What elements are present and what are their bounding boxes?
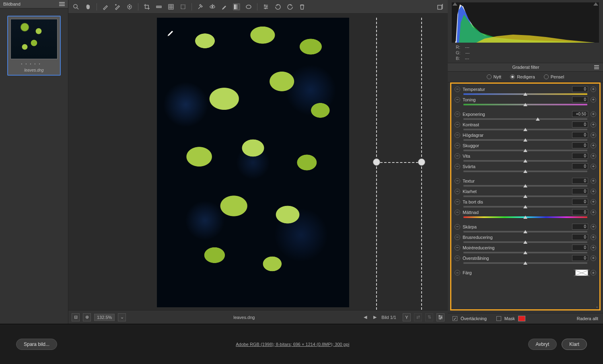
trash-icon[interactable] bbox=[298, 3, 306, 10]
color-sampler-icon[interactable] bbox=[114, 3, 121, 10]
value-input[interactable] bbox=[572, 86, 588, 92]
slider-track[interactable] bbox=[463, 231, 587, 232]
decrement-icon[interactable]: − bbox=[455, 132, 460, 138]
slider-track[interactable] bbox=[463, 216, 587, 218]
compare-icon[interactable]: Y bbox=[403, 313, 411, 321]
decrement-icon[interactable]: − bbox=[455, 164, 460, 169]
thumbnail-selected[interactable]: • • • • • leaves.dng bbox=[7, 16, 61, 76]
increment-icon[interactable]: + bbox=[591, 245, 596, 251]
value-input[interactable] bbox=[572, 199, 588, 205]
increment-icon[interactable]: + bbox=[591, 224, 596, 230]
done-button[interactable]: Klart bbox=[562, 339, 587, 350]
mask-checkbox[interactable] bbox=[496, 316, 501, 321]
decrement-icon[interactable]: − bbox=[455, 111, 460, 117]
radial-filter-icon[interactable] bbox=[245, 3, 252, 10]
panel-menu-icon[interactable] bbox=[594, 65, 599, 69]
value-input[interactable] bbox=[572, 255, 588, 261]
value-input[interactable] bbox=[572, 97, 588, 103]
shadow-clip-icon[interactable] bbox=[453, 2, 457, 6]
slider-track[interactable] bbox=[463, 206, 587, 208]
decrement-icon[interactable]: − bbox=[455, 86, 460, 92]
zoom-dropdown-icon[interactable]: ⌄ bbox=[118, 313, 126, 321]
increment-icon[interactable]: + bbox=[591, 132, 596, 138]
spot-removal-icon[interactable] bbox=[197, 3, 204, 10]
transform-icon[interactable] bbox=[179, 3, 187, 10]
value-input[interactable] bbox=[572, 209, 588, 215]
increment-icon[interactable]: + bbox=[591, 234, 596, 240]
gradient-handle-start[interactable] bbox=[373, 158, 380, 166]
guided-icon[interactable] bbox=[167, 3, 175, 10]
mode-brush[interactable]: Pensel bbox=[544, 74, 564, 79]
slider-track[interactable] bbox=[463, 160, 587, 162]
gradient-axis-line[interactable] bbox=[380, 162, 418, 163]
value-input[interactable] bbox=[572, 224, 588, 230]
slider-track[interactable] bbox=[463, 150, 587, 151]
white-balance-icon[interactable] bbox=[102, 3, 109, 10]
copy-settings-icon[interactable]: ⇅ bbox=[425, 313, 433, 321]
prev-image-icon[interactable]: ◀ bbox=[362, 315, 368, 320]
crop-icon[interactable] bbox=[143, 3, 150, 10]
mask-color-swatch[interactable] bbox=[518, 316, 525, 321]
decrement-icon[interactable]: − bbox=[455, 153, 460, 159]
decrement-icon[interactable]: − bbox=[455, 122, 460, 128]
decrement-icon[interactable]: − bbox=[455, 234, 460, 240]
value-input[interactable] bbox=[572, 234, 588, 240]
decrement-icon[interactable]: − bbox=[455, 210, 460, 215]
decrement-icon[interactable]: − bbox=[455, 178, 460, 184]
zoom-level[interactable]: 132.5% bbox=[94, 314, 115, 321]
slider-track[interactable] bbox=[463, 262, 587, 264]
value-input[interactable] bbox=[572, 178, 588, 184]
histogram[interactable] bbox=[452, 2, 599, 43]
increment-icon[interactable]: + bbox=[591, 86, 596, 92]
increment-icon[interactable]: + bbox=[591, 189, 596, 194]
value-input[interactable] bbox=[572, 142, 588, 148]
value-input[interactable] bbox=[572, 111, 588, 117]
hand-icon[interactable] bbox=[84, 3, 92, 10]
increment-icon[interactable]: + bbox=[591, 270, 596, 276]
increment-icon[interactable]: + bbox=[591, 111, 596, 117]
increment-icon[interactable]: + bbox=[591, 153, 596, 159]
highlight-clip-icon[interactable] bbox=[593, 2, 598, 6]
clear-all-link[interactable]: Radera allt bbox=[577, 316, 598, 321]
value-input[interactable] bbox=[572, 121, 588, 128]
decrement-icon[interactable]: − bbox=[455, 224, 460, 230]
increment-icon[interactable]: + bbox=[591, 210, 596, 215]
next-image-icon[interactable]: ▶ bbox=[372, 315, 378, 320]
swap-icon[interactable]: ⇄ bbox=[414, 313, 422, 321]
workflow-info-link[interactable]: Adobe RGB (1998); 8-bitars; 696 × 1214 (… bbox=[57, 342, 528, 347]
gradient-handle-end[interactable] bbox=[418, 158, 425, 166]
decrement-icon[interactable]: − bbox=[455, 255, 460, 261]
slider-track[interactable] bbox=[463, 118, 587, 120]
increment-icon[interactable]: + bbox=[591, 178, 596, 184]
presets-icon[interactable] bbox=[262, 3, 270, 10]
slider-track[interactable] bbox=[463, 93, 587, 95]
value-input[interactable] bbox=[572, 153, 588, 159]
decrement-icon[interactable]: − bbox=[455, 270, 460, 276]
filmstrip-menu-icon[interactable] bbox=[59, 2, 65, 6]
redeye-icon[interactable] bbox=[209, 3, 216, 10]
slider-track[interactable] bbox=[463, 185, 587, 187]
undo-icon[interactable] bbox=[274, 3, 282, 10]
slider-track[interactable] bbox=[463, 129, 587, 130]
increment-icon[interactable]: + bbox=[591, 164, 596, 169]
increment-icon[interactable]: + bbox=[591, 199, 596, 205]
slider-track[interactable] bbox=[463, 104, 587, 105]
expand-icon[interactable]: ⊕ bbox=[83, 313, 91, 321]
decrement-icon[interactable]: − bbox=[455, 199, 460, 205]
value-input[interactable] bbox=[572, 132, 588, 138]
increment-icon[interactable]: + bbox=[591, 143, 596, 148]
increment-icon[interactable]: + bbox=[591, 97, 596, 103]
target-adjustment-icon[interactable] bbox=[126, 3, 133, 10]
slider-track[interactable] bbox=[463, 252, 587, 253]
increment-icon[interactable]: + bbox=[591, 122, 596, 128]
decrement-icon[interactable]: − bbox=[455, 189, 460, 194]
overlay-checkbox[interactable] bbox=[453, 316, 457, 321]
color-swatch[interactable] bbox=[575, 269, 588, 276]
value-input[interactable] bbox=[572, 163, 588, 169]
straighten-icon[interactable] bbox=[155, 3, 163, 10]
grid-toggle-icon[interactable]: ⊟ bbox=[72, 313, 80, 321]
slider-track[interactable] bbox=[463, 195, 587, 197]
cancel-button[interactable]: Avbryt bbox=[528, 339, 557, 350]
slider-track[interactable] bbox=[463, 241, 587, 243]
scroll-down-icon[interactable]: ⌄ bbox=[595, 304, 599, 308]
